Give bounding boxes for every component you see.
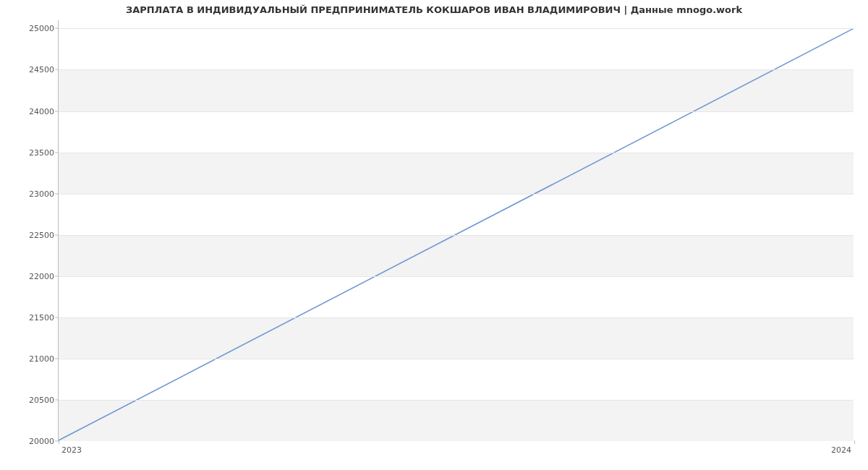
y-tick-label: 22500	[22, 230, 54, 239]
y-tick-mark	[55, 111, 59, 111]
y-tick-label: 20000	[22, 437, 54, 446]
y-gridline	[59, 194, 854, 195]
y-tick-mark	[55, 317, 59, 317]
y-gridline	[59, 359, 854, 359]
y-tick-label: 24500	[22, 65, 54, 74]
y-tick-label: 20500	[22, 395, 54, 404]
line-series	[59, 20, 854, 440]
y-tick-label: 23500	[22, 148, 54, 157]
y-tick-mark	[55, 275, 59, 276]
y-tick-label: 25000	[22, 24, 54, 33]
y-tick-mark	[55, 152, 59, 153]
y-tick-mark	[55, 358, 59, 359]
y-tick-label: 21500	[22, 312, 54, 322]
y-gridline	[59, 111, 854, 112]
y-tick-mark	[55, 234, 59, 235]
y-tick-mark	[55, 28, 59, 29]
y-gridline	[59, 276, 854, 277]
x-tick-mark	[59, 440, 59, 444]
y-tick-label: 22000	[22, 271, 54, 281]
y-gridline	[59, 28, 854, 29]
y-tick-label: 23000	[22, 189, 54, 198]
y-tick-mark	[55, 193, 59, 194]
y-tick-label: 21000	[22, 354, 54, 363]
y-gridline	[59, 317, 854, 318]
y-gridline	[59, 153, 854, 153]
y-tick-mark	[55, 69, 59, 70]
y-gridline	[59, 400, 854, 401]
x-tick-mark	[854, 440, 855, 444]
y-tick-label: 24000	[22, 106, 54, 116]
plot-area: 2000020500210002150022000225002300023500…	[58, 20, 854, 441]
x-tick-label: 2023	[61, 445, 82, 455]
y-tick-mark	[55, 399, 59, 400]
y-gridline	[59, 69, 854, 70]
x-tick-label: 2024	[831, 445, 851, 455]
chart-container: ЗАРПЛАТА В ИНДИВИДУАЛЬНЫЙ ПРЕДПРИНИМАТЕЛ…	[0, 0, 868, 470]
chart-title: ЗАРПЛАТА В ИНДИВИДУАЛЬНЫЙ ПРЕДПРИНИМАТЕЛ…	[0, 4, 868, 15]
y-gridline	[59, 235, 854, 236]
